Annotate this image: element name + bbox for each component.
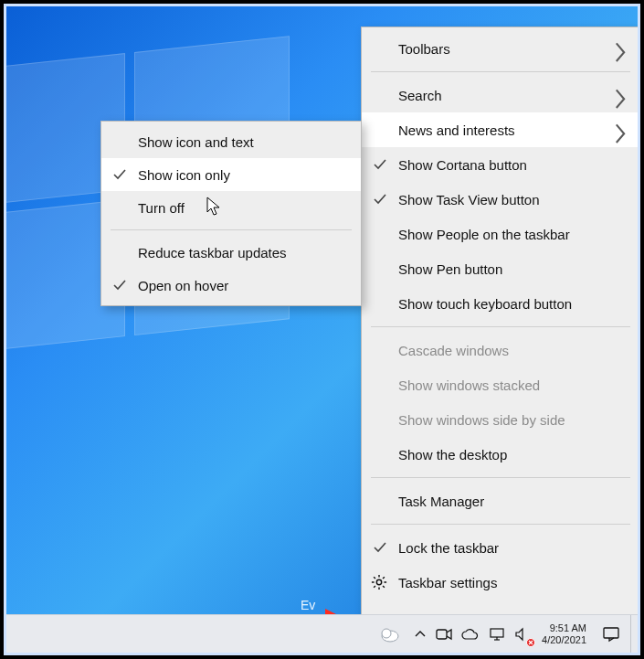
menu-item-label: Search [398,88,442,103]
menu-item-label: Toolbars [398,41,450,57]
check-icon [112,167,127,182]
svg-rect-6 [604,628,618,638]
menu-separator [371,326,630,327]
submenu-item-turn-off[interactable]: Turn off [101,191,361,224]
menu-item-show-the-desktop[interactable]: Show the desktop [362,437,639,472]
taskbar[interactable]: 9:51 AM 4/20/2021 [6,614,638,653]
menu-separator [371,71,630,72]
menu-item-label: Show Pen button [398,261,502,277]
gear-icon [371,574,387,590]
menu-separator [371,524,630,525]
menu-item-lock-the-taskbar[interactable]: Lock the taskbar [362,530,639,565]
tray-overflow-chevron-icon[interactable] [410,615,430,653]
menu-item-label: Show People on the taskbar [398,227,570,242]
menu-item-news-and-interests[interactable]: News and interests [362,112,639,147]
menu-item-show-pen-button[interactable]: Show Pen button [362,251,639,286]
submenu-item-reduce-taskbar-updates[interactable]: Reduce taskbar updates [101,236,361,269]
submenu-item-show-icon-only[interactable]: Show icon only [101,158,361,191]
menu-item-label: Show windows side by side [398,412,565,428]
menu-item-label: Lock the taskbar [398,540,499,556]
tray-clock[interactable]: 9:51 AM 4/20/2021 [536,615,592,653]
check-icon [112,278,127,292]
menu-item-label: Show the desktop [398,447,507,462]
desktop-watermark-fragment: Ev [301,598,315,612]
menu-item-label: Show icon and text [138,134,254,150]
menu-item-search[interactable]: Search [362,78,639,112]
show-desktop-button[interactable] [630,615,636,653]
menu-item-show-windows-side-by-side: Show windows side by side [362,402,639,437]
menu-item-label: Taskbar settings [398,575,497,590]
menu-item-show-task-view-button[interactable]: Show Task View button [362,182,639,217]
check-icon [373,540,387,555]
menu-item-show-people[interactable]: Show People on the taskbar [362,217,639,251]
tray-action-center-icon[interactable] [594,615,628,653]
menu-item-show-cortana-button[interactable]: Show Cortana button [362,147,639,182]
menu-item-toolbars[interactable]: Toolbars [362,31,639,66]
tray-meet-now-icon[interactable] [432,615,456,653]
menu-item-label: Task Manager [398,494,484,509]
menu-item-label: Show Task View button [398,192,540,207]
tray-volume-icon[interactable] [511,615,534,653]
svg-point-2 [382,629,391,638]
menu-separator [371,477,630,478]
menu-item-label: Show windows stacked [398,377,540,393]
svg-point-0 [376,579,381,584]
menu-item-label: Show icon only [138,167,230,183]
menu-item-taskbar-settings[interactable]: Taskbar settings [362,565,639,600]
system-tray: 9:51 AM 4/20/2021 [375,615,638,653]
menu-item-label: Show Cortana button [398,157,527,173]
menu-item-show-windows-stacked: Show windows stacked [362,367,639,402]
menu-item-task-manager[interactable]: Task Manager [362,484,639,518]
menu-separator [111,229,352,230]
menu-item-label: News and interests [398,122,515,138]
check-icon [373,157,387,172]
check-icon [373,192,387,207]
clock-time: 9:51 AM [550,622,586,634]
chevron-right-icon [614,123,627,136]
tray-onedrive-icon[interactable] [458,615,483,653]
submenu-item-open-on-hover[interactable]: Open on hover [101,269,361,302]
tray-network-icon[interactable] [485,615,509,653]
menu-item-label: Show touch keyboard button [398,296,572,312]
taskbar-context-menu: Toolbars Search News and interests Show … [361,27,640,619]
chevron-right-icon [614,42,627,55]
clock-date: 4/20/2021 [542,634,586,646]
tray-weather-icon[interactable] [375,615,408,653]
news-and-interests-submenu: Show icon and text Show icon only Turn o… [100,121,362,306]
chevron-right-icon [614,89,627,101]
menu-item-cascade-windows: Cascade windows [362,333,639,367]
menu-item-label: Turn off [138,200,185,216]
svg-rect-3 [437,630,447,639]
menu-item-label: Open on hover [138,278,228,293]
menu-item-show-touch-keyboard[interactable]: Show touch keyboard button [362,286,639,321]
menu-item-label: Cascade windows [398,343,509,358]
menu-item-label: Reduce taskbar updates [138,245,287,260]
svg-rect-4 [491,629,503,637]
submenu-item-show-icon-and-text[interactable]: Show icon and text [101,125,361,158]
